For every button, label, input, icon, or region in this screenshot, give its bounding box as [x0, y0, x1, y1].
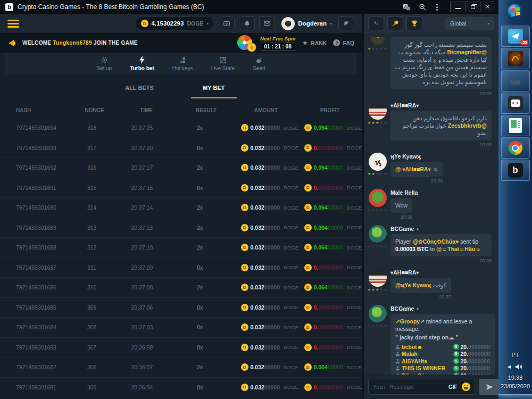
bet-row[interactable]: 797145930168530920:37:060x0.03200000DOGE… [0, 297, 362, 318]
star-icon [302, 39, 308, 47]
minimize-button[interactable] [450, 2, 466, 12]
mention[interactable]: @ ▾AH■■RA▾ [395, 166, 431, 172]
bet-row[interactable]: 797145930168831220:37:102x0.03200000DOGE… [0, 237, 362, 257]
restore-button[interactable] [465, 2, 480, 12]
start-button[interactable] [503, 0, 528, 24]
bcg-avatar[interactable] [369, 305, 387, 323]
recipient-name[interactable]: AISYAHta [402, 358, 427, 365]
user-menu[interactable]: Dogderan ▾ [281, 17, 332, 30]
mention[interactable]: @Zecsbhkrvrb [448, 122, 487, 129]
mention[interactable]: @☺Thaî☺Hậu☺ [436, 246, 481, 252]
bet-row[interactable]: 797145930169231620:37:172x0.03200000DOGE… [0, 157, 362, 178]
kyaw-avatar[interactable] [369, 153, 387, 171]
taskbar-crown-app[interactable] [501, 70, 530, 92]
bet-row[interactable]: 797145930168731120:37:090x0.03200000DOGE… [0, 257, 362, 278]
masked-avatar[interactable] [369, 269, 387, 287]
send-button[interactable] [479, 379, 501, 395]
croc-avatar[interactable] [369, 189, 387, 207]
flag-button[interactable] [338, 16, 354, 30]
rain-icon[interactable] [368, 16, 384, 30]
bcg-avatar[interactable] [369, 225, 387, 243]
search-zoom-icon[interactable] [418, 3, 427, 11]
language-indicator[interactable]: PT [511, 352, 519, 358]
bet-row[interactable]: 797145930169131520:37:150x0.03200000DOGE… [0, 178, 362, 198]
translate-icon[interactable]: A [402, 3, 411, 11]
show-desktop-button[interactable] [498, 394, 532, 399]
faq-link[interactable]: ? FAQ [333, 39, 354, 46]
bet-row[interactable]: 797145930169031420:37:142x0.03200000DOGE… [0, 197, 362, 218]
bet-hash: 7971459301681 [0, 384, 72, 390]
taskbar-document-app[interactable] [501, 115, 530, 136]
bet-amount: 0.03200000DOGE [227, 224, 291, 231]
tab-live-state[interactable]: Live State [211, 56, 235, 71]
windows-taskbar: .55 b PT ◀ [498, 0, 532, 399]
bet-time: 20:37:06 [111, 304, 173, 311]
mention[interactable]: @✿Cônç✿Chúa♥ [413, 238, 459, 245]
chat-region-select[interactable]: Global ▾ [445, 17, 494, 30]
tab-turbo-bet[interactable]: Turbo bet [130, 56, 154, 71]
menu-kebab-icon[interactable] [434, 4, 440, 11]
bet-result: 2x [173, 225, 227, 231]
tab-set-up[interactable]: Set up [96, 56, 112, 71]
taskbar-game[interactable] [501, 48, 530, 69]
tab-my-bet[interactable]: MY BET [191, 85, 237, 98]
bet-row[interactable]: 797145930168931320:37:132x0.03200000DOGE… [0, 218, 362, 238]
balance-selector[interactable]: 4.15302293 DOGE ▾ [135, 16, 215, 30]
bet-row[interactable]: 797145930169331720:37:200x0.03200000DOGE… [0, 138, 362, 158]
profit-currency: DOGE [347, 344, 362, 350]
chat-username[interactable]: ▾AH■■RA▾ [390, 269, 494, 276]
chat-message: ★★★★★ϗYe Kyawϗ@ ▾AH■■RA▾ ☺20:36 [369, 153, 494, 185]
recipient-name[interactable]: bcbot☻ [402, 343, 423, 351]
free-spin-wheel-icon[interactable]: $ [236, 34, 257, 53]
doge-coin-icon [241, 344, 248, 351]
gif-button[interactable]: GIF [448, 384, 458, 390]
taskbar-robot-app[interactable] [501, 93, 530, 114]
notifications-bell-button[interactable] [239, 16, 255, 30]
chat-username[interactable]: ▾AH■■RA▾ [390, 102, 494, 109]
date[interactable]: 23/05/2020 [501, 383, 530, 389]
bet-row[interactable]: 797145930168631020:37:082x0.03200000DOGE… [0, 277, 362, 297]
close-button[interactable]: × [480, 2, 495, 12]
vault-button[interactable] [219, 16, 235, 30]
chrome-icon [509, 141, 522, 155]
bet-row[interactable]: 797145930168230620:36:572x0.03200000DOGE… [0, 357, 362, 377]
tab-hot-keys[interactable]: Hot keys [172, 56, 193, 71]
bet-row[interactable]: 797145930168430820:37:030x0.03200000DOGE… [0, 317, 362, 337]
recipient-name[interactable]: THIS IS WINNER [402, 364, 445, 372]
bet-row[interactable]: 797145930168330720:36:590x0.03200000DOGE… [0, 337, 362, 358]
clock[interactable]: 19:38 [508, 375, 523, 381]
tray-expand-icon[interactable]: ◀ [508, 364, 511, 369]
mention[interactable]: ↗Groopy↗ [395, 318, 425, 325]
tab-all-bets[interactable]: ALL BETS [125, 85, 154, 91]
taskbar-bcgame[interactable]: b [501, 160, 530, 181]
chat-username[interactable]: Male Rella [390, 189, 494, 196]
profit-value: 0. [314, 384, 319, 390]
taskbar-telegram[interactable]: .55 [501, 26, 530, 47]
profit-value: 0. [314, 344, 319, 351]
doge-coin-icon [241, 124, 248, 131]
chat-username[interactable]: ϗYe Kyawϗ [390, 153, 494, 160]
chat-username[interactable]: BCGame✦ [390, 226, 494, 232]
chat-input-box[interactable]: GIF [368, 379, 475, 395]
fireball-icon[interactable] [387, 16, 403, 30]
taskbar-chrome[interactable] [501, 137, 530, 159]
chat-username[interactable]: BCGame✦ [390, 305, 494, 312]
bet-row[interactable]: 797145930169431820:37:252x0.03200000DOGE… [0, 118, 362, 138]
trophy-icon[interactable] [406, 16, 422, 30]
welcome-player-name[interactable]: Tungkonn6789 [53, 40, 92, 46]
tab-seed[interactable]: Seed [253, 56, 265, 71]
bet-result: 2x [173, 124, 227, 131]
mail-button[interactable] [259, 16, 275, 30]
eagle-avatar[interactable] [369, 37, 387, 46]
mention[interactable]: @ϗYe Kyawϗ [395, 282, 431, 288]
mention[interactable]: @Btcmagnifier [447, 49, 487, 55]
recipient-name[interactable]: Malah [402, 350, 418, 358]
bet-row[interactable]: 797145930168130520:36:540x0.03200000DOGE… [0, 377, 362, 397]
volume-icon[interactable] [515, 363, 523, 370]
bet-nonce: 308 [72, 324, 111, 330]
chat-message-input[interactable] [373, 384, 444, 390]
emoji-button[interactable] [462, 383, 470, 391]
hamburger-menu-icon[interactable] [7, 20, 19, 28]
masked-avatar[interactable] [369, 102, 387, 120]
rank-link[interactable]: RANK [302, 39, 327, 47]
